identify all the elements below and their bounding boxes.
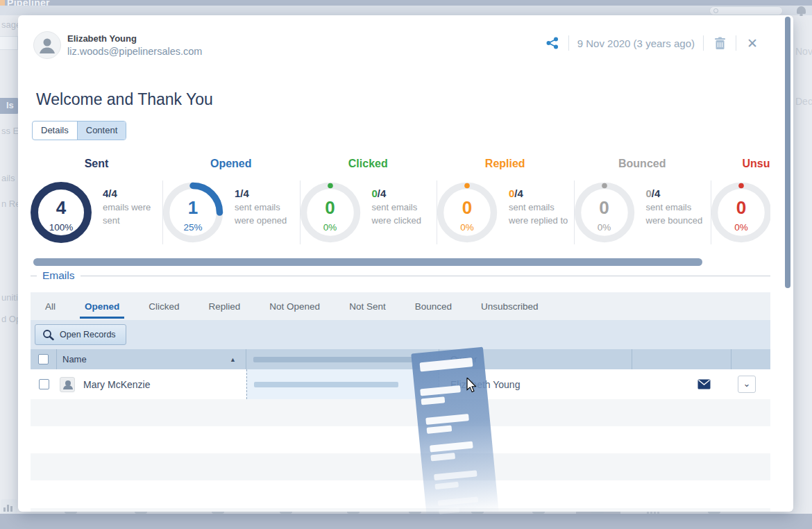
stat-percent: 100% <box>31 222 92 233</box>
stat-fraction: 0/4 <box>372 187 436 199</box>
filter-tab-clicked[interactable]: Clicked <box>134 292 194 320</box>
email-date: 9 Nov 2020 (3 years ago) <box>577 37 695 49</box>
stat-ring: 4100% <box>31 182 92 243</box>
stat-description: sent emails were opened <box>235 201 298 228</box>
empty-row-stripe <box>31 399 770 426</box>
row-cell-4 <box>632 369 731 399</box>
row-dropdown-button[interactable]: ⌄ <box>738 376 756 393</box>
stat-number: 0 <box>574 199 635 217</box>
vertical-scrollbar-thumb[interactable] <box>785 17 790 288</box>
stat-percent: 0% <box>300 222 361 233</box>
stat-ring: 125% <box>162 182 223 243</box>
filter-tab-opened[interactable]: Opened <box>70 292 134 320</box>
row-cell-0 <box>31 369 57 399</box>
stat-percent: 0% <box>574 222 635 233</box>
sort-asc-icon: ▲ <box>230 356 236 363</box>
tab-content[interactable]: Content <box>77 121 126 140</box>
row-name: Mary McKenzie <box>83 379 150 390</box>
emails-section-legend: Emails <box>31 269 770 282</box>
stat-title: Replied <box>437 154 574 170</box>
empty-row-stripe <box>31 453 770 480</box>
stat-card-sent: Sent4100%4/4emails were sent <box>31 154 162 251</box>
stat-percent: 0% <box>711 222 770 233</box>
delete-button[interactable] <box>712 35 727 51</box>
header-col-2 <box>246 349 439 369</box>
close-button[interactable]: ✕ <box>745 35 760 51</box>
stat-percent: 0% <box>437 222 498 233</box>
stat-number: 1 <box>162 199 223 217</box>
stat-text: 4/4emails were sent <box>103 187 167 228</box>
stat-card-replied: Replied00%0/4sent emails were replied to <box>437 154 574 251</box>
filter-tab-bounced[interactable]: Bounced <box>400 292 466 320</box>
empty-row-stripe <box>31 426 770 453</box>
header-col-name[interactable]: Name▲ <box>57 349 246 369</box>
stat-text: 0/4sent emails were bounced <box>646 187 710 228</box>
stat-title: Bounced <box>574 154 711 170</box>
stat-number: 0 <box>300 199 361 217</box>
row-cell-5: ⌄ <box>731 369 770 399</box>
filter-tab-not-opened[interactable]: Not Opened <box>255 292 335 320</box>
trash-icon <box>714 37 726 50</box>
filter-tab-replied[interactable]: Replied <box>194 292 255 320</box>
stat-fraction: 4/4 <box>103 187 167 199</box>
open-records-label: Open Records <box>60 330 116 339</box>
share-button[interactable] <box>545 35 560 51</box>
stat-fraction: 0/4 <box>646 187 710 199</box>
envelope-icon[interactable] <box>697 379 711 389</box>
header-col-5 <box>731 349 770 369</box>
stat-fraction: 1/4 <box>235 187 298 199</box>
stat-ring: 00% <box>574 182 635 243</box>
search-icon <box>42 329 54 341</box>
empty-row-stripe <box>31 480 770 508</box>
stat-ring: 00% <box>300 182 361 243</box>
stat-title: Clicked <box>300 154 437 170</box>
stat-fraction-numerator: 0 <box>646 187 652 199</box>
select-all-checkbox[interactable] <box>38 354 49 364</box>
stat-title: Unsubscribed <box>711 154 770 170</box>
stat-title: Sent <box>31 154 162 170</box>
stat-card-opened: Opened125%1/4sent emails were opened <box>162 154 300 251</box>
filter-tab-all[interactable]: All <box>31 292 70 320</box>
filter-tab-unsubscribed[interactable]: Unsubscribed <box>466 292 553 320</box>
stat-fraction-denominator: /4 <box>514 187 523 199</box>
stat-card-bounced: Bounced00%0/4sent emails were bounced <box>574 154 711 251</box>
contact-name: Elizabeth Young <box>67 33 137 44</box>
stat-percent: 25% <box>162 222 223 233</box>
stat-description: sent emails were clicked <box>372 201 436 228</box>
stat-fraction-denominator: /4 <box>240 187 249 199</box>
stat-fraction-numerator: 0 <box>372 187 378 199</box>
stat-fraction-denominator: /4 <box>108 187 117 199</box>
stat-fraction: 0/4 <box>509 187 573 199</box>
table-row[interactable]: Mary McKenzieElizabeth Young⌄ <box>31 369 770 399</box>
contact-card-icon <box>60 377 75 392</box>
email-subject-title: Welcome and Thank You <box>36 90 213 109</box>
tab-details[interactable]: Details <box>33 121 77 140</box>
horizontal-scrollbar-thumb[interactable] <box>33 258 702 266</box>
stat-number: 4 <box>31 199 92 217</box>
filter-tab-not-sent[interactable]: Not Sent <box>335 292 400 320</box>
open-records-button[interactable]: Open Records <box>35 324 126 345</box>
email-detail-modal: Elizabeth Young liz.woods@pipelinersales… <box>18 15 793 512</box>
stat-title: Opened <box>162 154 300 170</box>
column-skeleton-bar <box>253 357 413 362</box>
email-filter-tabs: AllOpenedClickedRepliedNot OpenedNot Sen… <box>31 292 770 320</box>
mouse-cursor <box>466 378 480 397</box>
table-header: Name▲Owner <box>31 349 770 369</box>
stat-fraction-denominator: /4 <box>378 187 387 199</box>
person-icon <box>34 32 60 58</box>
empty-row-stripe <box>31 508 770 512</box>
row-checkbox[interactable] <box>39 379 49 389</box>
stat-number: 0 <box>437 199 498 217</box>
stat-description: emails were sent <box>103 201 167 228</box>
stat-card-clicked: Clicked00%0/4sent emails were clicked <box>300 154 437 251</box>
table-toolbar: Open Records <box>31 320 770 349</box>
share-icon <box>546 37 559 49</box>
header-col-0 <box>31 349 57 369</box>
header-separator <box>736 35 736 51</box>
stat-ring: 00% <box>437 182 498 243</box>
stat-text: 1/4sent emails were opened <box>235 187 298 228</box>
stat-number: 0 <box>711 199 770 217</box>
stat-description: sent emails were replied to <box>509 201 573 228</box>
row-cell-2 <box>246 369 439 399</box>
contact-avatar <box>33 31 61 59</box>
